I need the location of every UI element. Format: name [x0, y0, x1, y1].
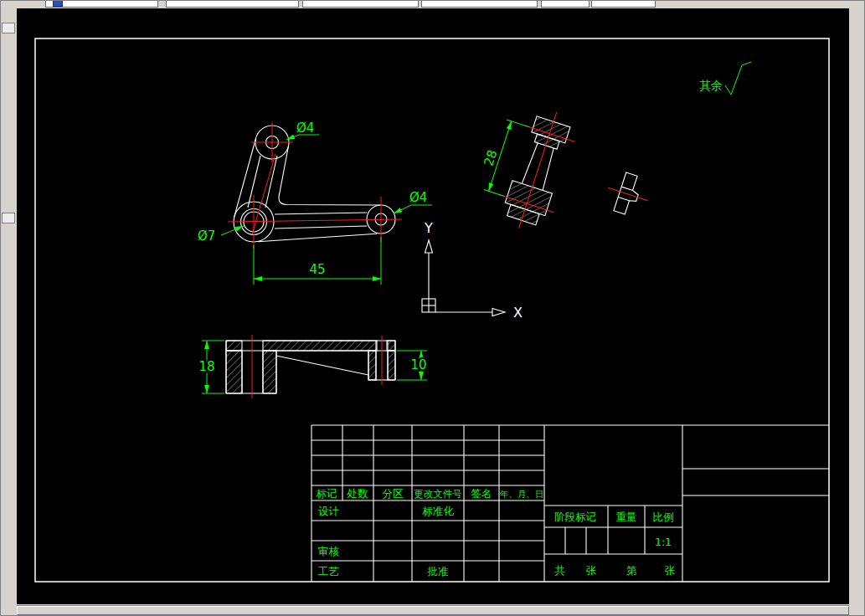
- tb-label-design: 设计: [318, 505, 340, 517]
- toolbar-fragment-5[interactable]: [541, 0, 590, 8]
- section-view-angled[interactable]: 28: [466, 95, 584, 237]
- axis-label-y: Y: [424, 220, 433, 236]
- side-section-view[interactable]: 18 10: [198, 335, 427, 398]
- tb-header-signature: 签名: [471, 487, 492, 500]
- tb-header-count: 处数: [347, 487, 369, 500]
- ucs-axis-icon: Y X: [422, 220, 523, 321]
- dim-top-hole: Ø4: [296, 121, 314, 136]
- dock-button-left[interactable]: [2, 213, 15, 223]
- tb-label-check: 审核: [318, 545, 340, 557]
- title-block: 标记 处数 分区 更改文件号 签名 年、月、日 设计 标准化 审核 工艺 批准 …: [312, 425, 829, 582]
- toolbar-fragment-6[interactable]: [591, 0, 656, 8]
- axis-label-x: X: [513, 305, 523, 321]
- tb-label-total-sheets: 张: [586, 564, 597, 577]
- surface-finish-note: 其余: [699, 62, 751, 95]
- tb-label-sheet: 张: [665, 564, 676, 577]
- tb-label-sheet-no: 第: [626, 564, 637, 577]
- tb-header-date: 年、月、日: [500, 489, 544, 499]
- horizontal-scrollbar[interactable]: [17, 605, 849, 615]
- front-view-dimensions: 45 Ø4 Ø4 Ø7: [198, 121, 432, 285]
- dim-right-hole: Ø4: [409, 190, 427, 205]
- tb-label-weight: 重量: [616, 511, 637, 523]
- tb-scale-value: 1:1: [655, 536, 672, 548]
- toolbar-fragment-2[interactable]: [166, 0, 299, 8]
- dim-arm-length: 45: [309, 262, 325, 277]
- tb-label-scale: 比例: [653, 511, 674, 523]
- tb-label-stage-mark: 阶段标记: [554, 511, 596, 523]
- dim-left-height: 18: [198, 359, 214, 374]
- toolbar-app-icon[interactable]: [53, 0, 63, 7]
- toolbar-fragment-3[interactable]: [302, 0, 419, 8]
- tb-header-zone: 分区: [383, 487, 404, 500]
- toolbar-fragment-4[interactable]: [421, 0, 538, 8]
- tb-header-mark: 标记: [317, 487, 337, 500]
- drawing-canvas[interactable]: 45 Ø4 Ø4 Ø7 Y X 28: [17, 8, 849, 604]
- tb-label-total: 共: [554, 564, 565, 577]
- small-part-view[interactable]: [602, 168, 654, 219]
- lever-front-view[interactable]: [228, 122, 402, 249]
- tb-label-approve: 批准: [427, 565, 449, 578]
- tb-label-standardization: 标准化: [422, 505, 454, 517]
- surface-note-text: 其余: [699, 79, 723, 92]
- tb-header-change-file: 更改文件号: [414, 488, 462, 500]
- dim-big-hole: Ø7: [198, 228, 215, 244]
- surface-finish-icon: [725, 65, 742, 95]
- horizontal-scrollbar-thumb[interactable]: [17, 606, 849, 615]
- dock-button-top[interactable]: [2, 23, 15, 33]
- tb-label-process: 工艺: [318, 565, 340, 578]
- dim-right-height: 10: [410, 357, 426, 372]
